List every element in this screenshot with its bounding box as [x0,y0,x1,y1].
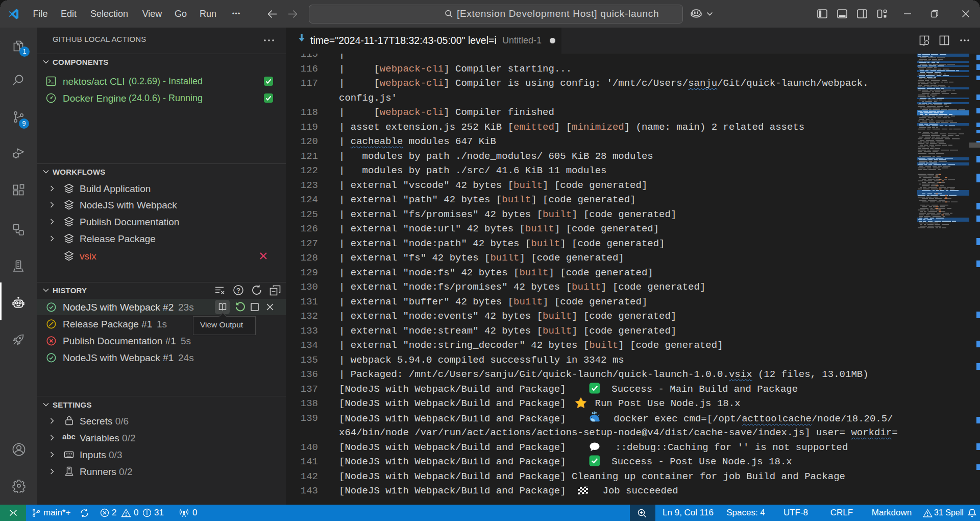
svg-text:?: ? [236,287,240,294]
